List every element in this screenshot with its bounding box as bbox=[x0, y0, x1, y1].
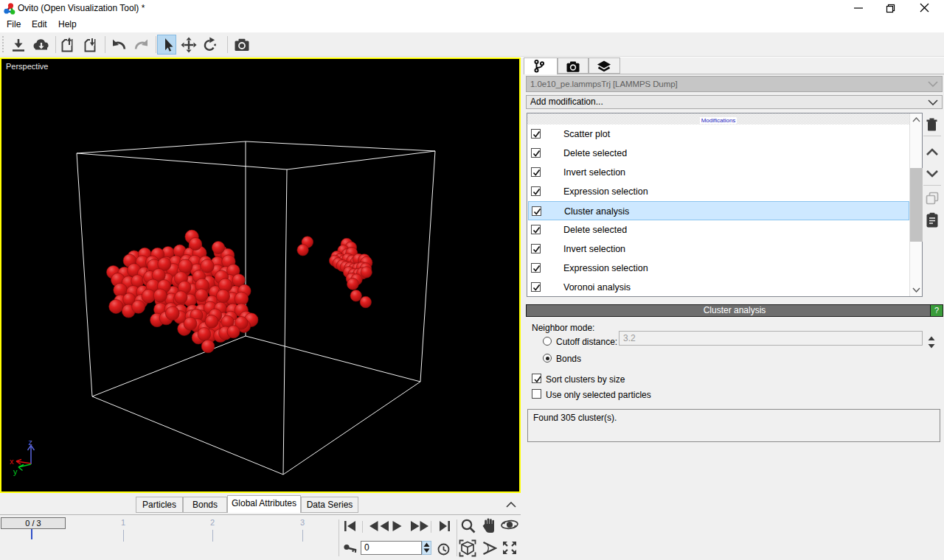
svg-text:x: x bbox=[10, 457, 14, 466]
svg-text:y: y bbox=[13, 467, 18, 476]
svg-text:z: z bbox=[29, 438, 33, 447]
